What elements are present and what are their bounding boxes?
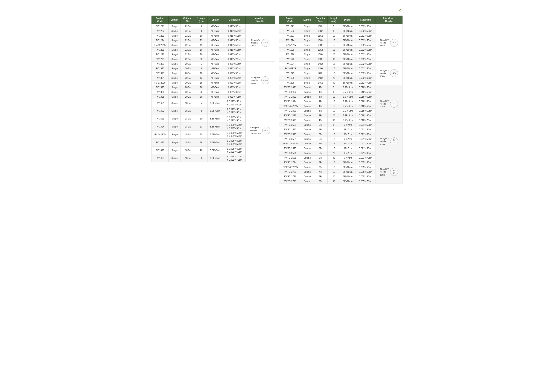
table-cell: 0.021"×50cm: [356, 146, 375, 151]
table-cell: 18Ga: [181, 139, 195, 146]
table-cell: 5.5F×6cm: [340, 94, 356, 99]
table-cell: Double: [301, 99, 313, 104]
table-cell: 4F×5cm: [207, 80, 223, 85]
table-cell: Single: [301, 80, 313, 85]
needle-group: Straight/YNeedle18Ga1418: [377, 168, 401, 176]
table-cell: 5.5F×6cm: [207, 99, 223, 107]
table-cell: 0.035"×60cm: [356, 174, 375, 179]
table-cell: 0.032"×50cm: [356, 71, 375, 76]
table-cell: Single: [169, 24, 181, 29]
table-cell: 6F×7cm: [340, 151, 356, 155]
table-cell: FV-1521: [279, 24, 301, 29]
table-cell: 16Ga: [313, 38, 328, 43]
table-cell: 0.018"×50cm: [223, 28, 246, 33]
table-cell: Double: [301, 132, 313, 137]
needle-circle: 20Ga: [261, 77, 269, 84]
table-cell: FV-1322: [152, 66, 169, 71]
table-cell: 0.032"×70cm: [356, 57, 375, 62]
table-cell: Single: [301, 38, 313, 43]
table-cell: 16Ga: [313, 52, 328, 57]
table-cell: Single: [169, 47, 181, 52]
table-cell: 16: [328, 108, 340, 113]
table-cell: 0.035"×50cm: [356, 160, 375, 165]
table-cell: 13: [328, 38, 340, 43]
table-cell: 4F×5cm: [207, 47, 223, 52]
table-cell: 4F×5cm: [207, 71, 223, 76]
table-cell: 0.032"×70cm: [356, 80, 375, 85]
table-cell: 0.021"×50cm: [356, 141, 375, 146]
table-cell: 4F×5cm: [207, 62, 223, 66]
col-catheter-right: CatheterSize: [313, 16, 328, 24]
table-cell: FV-1522: [279, 28, 301, 33]
table-cell: Single: [169, 90, 181, 94]
table-cell: Single: [301, 28, 313, 33]
table-cell: 15: [328, 165, 340, 169]
table-cell: 16Ga: [313, 57, 328, 62]
table-cell: FV-1221: [152, 24, 169, 29]
table-cell: 16Ga: [313, 43, 328, 48]
table-cell: 16: [328, 71, 340, 76]
needle-label: Straight/YNeedle19Ga/20Ga: [250, 126, 261, 135]
table-cell: 15: [195, 131, 207, 138]
table-cell: 4F×5cm: [207, 52, 223, 57]
table-cell: 5.5F×6cm: [340, 104, 356, 108]
table-cell: 7Fr: [313, 169, 328, 174]
table-cell: 5.5F×6cm: [340, 85, 356, 90]
table-cell: 13: [328, 160, 340, 165]
table-cell: 0.021"×60cm: [223, 90, 246, 94]
table-cell: FV-1424: [152, 123, 169, 131]
table-cell: FV/FC-2428: [279, 118, 301, 123]
col-product-code-left: ProductCode: [152, 16, 169, 24]
needle-label: Straight/YNeedle20Ga: [380, 137, 389, 146]
table-cell: FV-1326: [152, 90, 169, 94]
table-cell: 5Fr: [313, 137, 328, 141]
table-cell: 6F×7cm: [340, 141, 356, 146]
table-cell: FV/FC-2521: [279, 123, 301, 127]
table-cell: FV-1423: [152, 115, 169, 123]
table-cell: 20Ga: [181, 85, 195, 90]
introducer-needle-cell: Straight/YNeedle20Ga22: [375, 85, 402, 123]
col-needle-left: IntroducerNeedle: [246, 16, 275, 24]
table-cell: 5: [195, 99, 207, 107]
needle-group: Straight/YNeedle20Ga22Ga: [247, 39, 273, 47]
table-cell: 0.018"×50cm: [223, 43, 246, 48]
tables-wrapper: ProductCode Lumen CatheterSize Length(cm…: [152, 16, 402, 184]
table-cell: Single: [169, 66, 181, 71]
table-cell: FV/FC-272915: [279, 165, 301, 169]
table-cell: FV-1422: [152, 107, 169, 115]
table-cell: 0.021"×60cm: [356, 151, 375, 155]
table-cell: 30: [195, 154, 207, 162]
needle-circle: 22Ga: [261, 39, 269, 47]
table-cell: 5: [328, 85, 340, 90]
table-cell: 0.021"×50cm: [356, 132, 375, 137]
table-cell: 5: [195, 24, 207, 29]
col-catheter-left: CatheterSize: [181, 16, 195, 24]
table-cell: 0.018"×50cm: [223, 33, 246, 38]
table-cell: FV-1228: [152, 57, 169, 62]
table-cell: 15: [328, 43, 340, 48]
table-cell: 7Fr: [313, 160, 328, 165]
table-cell: 0.018"×50cm: [356, 90, 375, 94]
table-cell: 0.032"×60cm: [356, 52, 375, 57]
table-cell: 0.018"×60cm: [356, 113, 375, 118]
col-length-left: Length(cm): [195, 16, 207, 24]
table-cell: 4F×5cm: [207, 57, 223, 62]
table-cell: 18Ga: [181, 115, 195, 123]
table-cell: 20: [195, 90, 207, 94]
table-cell: Single: [169, 80, 181, 85]
table-cell: 22Ga: [181, 24, 195, 29]
table-cell: 10: [328, 33, 340, 38]
col-lumen-right: Lumen: [301, 16, 313, 24]
needle-group: Straight/YNeedle20Ga22: [377, 100, 401, 108]
table-cell: 16: [195, 47, 207, 52]
table-row: FV/FC-2421Double4Fr55.5F×6cm0.018"×50cmS…: [279, 85, 402, 90]
table-cell: 5Fr: [313, 127, 328, 132]
needle-circle: 1820: [390, 137, 398, 145]
needle-circle: 22: [390, 100, 398, 108]
table-cell: 5.5F×6cm: [340, 108, 356, 113]
table-cell: Double: [301, 155, 313, 160]
table-cell: 22Ga: [181, 57, 195, 62]
table-cell: 5.5F×6cm: [207, 139, 223, 146]
table-cell: 18Ga: [181, 123, 195, 131]
table-cell: FV-142915: [152, 131, 169, 138]
